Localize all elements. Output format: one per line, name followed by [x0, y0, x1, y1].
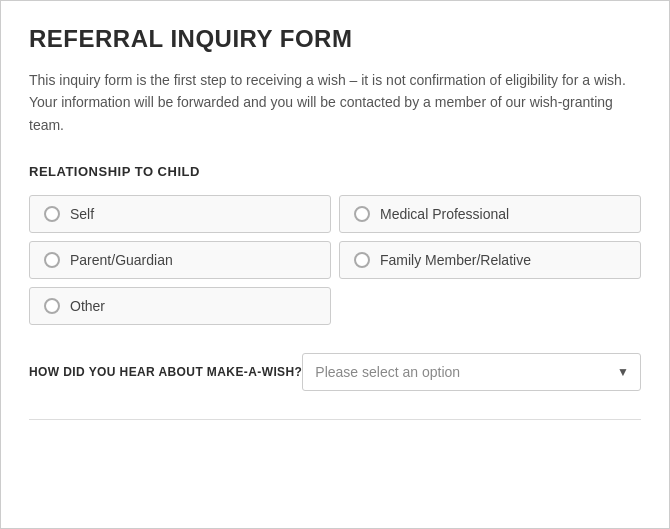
- radio-circle-parent: [44, 252, 60, 268]
- relationship-label: RELATIONSHIP TO CHILD: [29, 164, 641, 179]
- radio-label-medical: Medical Professional: [380, 206, 509, 222]
- radio-option-family-member[interactable]: Family Member/Relative: [339, 241, 641, 279]
- select-wrapper: Please select an option Internet Social …: [302, 353, 641, 391]
- bottom-divider: [29, 419, 641, 420]
- how-did-you-hear-section: HOW DID YOU HEAR ABOUT MAKE-A-WISH? Plea…: [29, 353, 641, 391]
- form-title: REFERRAL INQUIRY FORM: [29, 25, 641, 53]
- radio-label-other: Other: [70, 298, 105, 314]
- radio-label-family: Family Member/Relative: [380, 252, 531, 268]
- radio-circle-medical: [354, 206, 370, 222]
- radio-option-parent-guardian[interactable]: Parent/Guardian: [29, 241, 331, 279]
- radio-option-self[interactable]: Self: [29, 195, 331, 233]
- radio-option-other[interactable]: Other: [29, 287, 331, 325]
- page-container: REFERRAL INQUIRY FORM This inquiry form …: [0, 0, 670, 529]
- radio-option-medical-professional[interactable]: Medical Professional: [339, 195, 641, 233]
- radio-circle-other: [44, 298, 60, 314]
- radio-circle-self: [44, 206, 60, 222]
- how-did-you-hear-label: HOW DID YOU HEAR ABOUT MAKE-A-WISH?: [29, 364, 302, 381]
- radio-label-parent: Parent/Guardian: [70, 252, 173, 268]
- form-description: This inquiry form is the first step to r…: [29, 69, 641, 136]
- radio-circle-family: [354, 252, 370, 268]
- radio-label-self: Self: [70, 206, 94, 222]
- relationship-section: RELATIONSHIP TO CHILD Self Medical Profe…: [29, 164, 641, 325]
- radio-grid: Self Medical Professional Parent/Guardia…: [29, 195, 641, 325]
- how-did-you-hear-select[interactable]: Please select an option Internet Social …: [302, 353, 641, 391]
